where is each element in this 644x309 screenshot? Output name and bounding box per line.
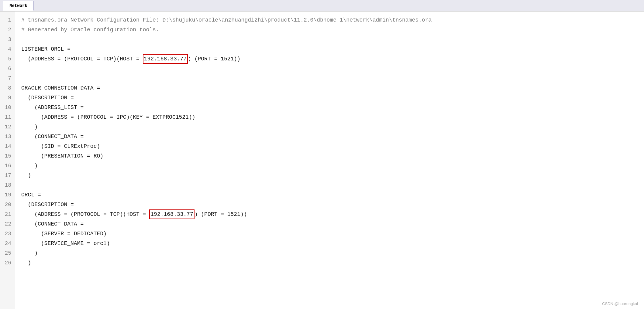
- line-number-2: 2: [0, 25, 15, 35]
- editor-container: Network 12345678910111213141516171819202…: [0, 0, 644, 309]
- line-number-12: 12: [0, 122, 15, 132]
- highlighted-ip-5: 192.168.33.77: [143, 54, 188, 64]
- code-line-3: [21, 35, 644, 44]
- line-number-17: 17: [0, 171, 15, 180]
- line-number-16: 16: [0, 161, 15, 171]
- code-line-1: # tnsnames.ora Network Configuration Fil…: [21, 15, 644, 25]
- line-number-14: 14: [0, 141, 15, 151]
- tab-bar: Network: [0, 0, 644, 12]
- code-line-26: ): [21, 258, 644, 268]
- line-number-19: 19: [0, 190, 15, 200]
- line-number-20: 20: [0, 200, 15, 209]
- line-number-7: 7: [0, 73, 15, 83]
- line-number-11: 11: [0, 112, 15, 122]
- code-line-4: LISTENER_ORCL =: [21, 44, 644, 54]
- code-line-19: ORCL =: [21, 190, 644, 200]
- code-line-17: ): [21, 171, 644, 180]
- line-numbers: 1234567891011121314151617181920212223242…: [0, 12, 15, 309]
- code-line-23: (SERVER = DEDICATED): [21, 229, 644, 239]
- code-line-22: (CONNECT_DATA =: [21, 219, 644, 229]
- code-line-20: (DESCRIPTION =: [21, 200, 644, 209]
- code-line-14: (SID = CLRExtProc): [21, 141, 644, 151]
- code-content[interactable]: # tnsnames.ora Network Configuration Fil…: [15, 12, 644, 309]
- code-line-9: (DESCRIPTION =: [21, 93, 644, 103]
- line-number-10: 10: [0, 103, 15, 112]
- code-line-2: # Generated by Oracle configuration tool…: [21, 25, 644, 35]
- code-line-18: [21, 180, 644, 190]
- line-number-23: 23: [0, 229, 15, 239]
- watermark: CSDN @huorongkai: [602, 301, 638, 306]
- line-number-26: 26: [0, 258, 15, 268]
- code-line-5: (ADDRESS = (PROTOCOL = TCP)(HOST = 192.1…: [21, 54, 644, 64]
- code-line-13: (CONNECT_DATA =: [21, 132, 644, 141]
- code-line-25: ): [21, 248, 644, 258]
- line-number-5: 5: [0, 54, 15, 64]
- line-number-18: 18: [0, 180, 15, 190]
- code-line-21: (ADDRESS = (PROTOCOL = TCP)(HOST = 192.1…: [21, 209, 644, 219]
- line-number-4: 4: [0, 44, 15, 54]
- line-number-22: 22: [0, 219, 15, 229]
- code-line-15: (PRESENTATION = RO): [21, 151, 644, 161]
- code-line-11: (ADDRESS = (PROTOCOL = IPC)(KEY = EXTPRO…: [21, 112, 644, 122]
- code-line-8: ORACLR_CONNECTION_DATA =: [21, 83, 644, 93]
- line-number-13: 13: [0, 132, 15, 141]
- line-number-1: 1: [0, 15, 15, 25]
- line-number-24: 24: [0, 239, 15, 248]
- line-number-9: 9: [0, 93, 15, 103]
- code-line-6: [21, 64, 644, 73]
- tab-network[interactable]: Network: [3, 1, 34, 11]
- code-line-16: ): [21, 161, 644, 171]
- code-line-24: (SERVICE_NAME = orcl): [21, 239, 644, 248]
- line-number-3: 3: [0, 35, 15, 44]
- line-number-6: 6: [0, 64, 15, 73]
- code-line-12: ): [21, 122, 644, 132]
- highlighted-ip-21: 192.168.33.77: [149, 209, 194, 219]
- line-number-8: 8: [0, 83, 15, 93]
- line-number-25: 25: [0, 248, 15, 258]
- line-number-15: 15: [0, 151, 15, 161]
- code-area: 1234567891011121314151617181920212223242…: [0, 12, 644, 309]
- line-number-21: 21: [0, 209, 15, 219]
- code-line-7: [21, 73, 644, 83]
- code-line-10: (ADDRESS_LIST =: [21, 103, 644, 112]
